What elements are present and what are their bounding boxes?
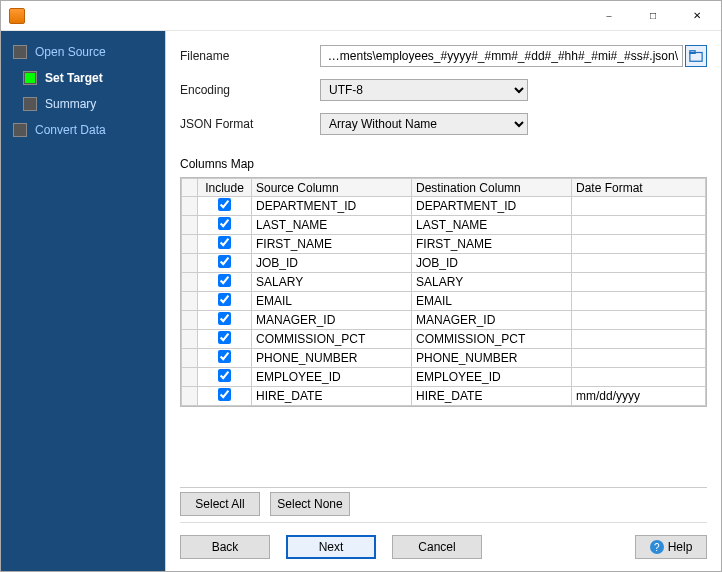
table-row[interactable]: PHONE_NUMBERPHONE_NUMBER: [182, 349, 706, 368]
source-cell[interactable]: MANAGER_ID: [252, 311, 412, 330]
source-cell[interactable]: SALARY: [252, 273, 412, 292]
sidebar-item-label: Summary: [45, 97, 96, 111]
sidebar-item-set-target[interactable]: Set Target: [1, 65, 165, 91]
grid-header-dateformat[interactable]: Date Format: [572, 179, 706, 197]
dest-cell[interactable]: PHONE_NUMBER: [412, 349, 572, 368]
back-button[interactable]: Back: [180, 535, 270, 559]
table-row[interactable]: COMMISSION_PCTCOMMISSION_PCT: [182, 330, 706, 349]
select-none-button[interactable]: Select None: [270, 492, 350, 516]
row-header[interactable]: [182, 197, 198, 216]
maximize-button[interactable]: □: [631, 2, 675, 30]
include-checkbox[interactable]: [218, 369, 231, 382]
include-checkbox[interactable]: [218, 388, 231, 401]
main-panel: Filename Encoding UTF-8 JSON Format Arra…: [165, 31, 721, 571]
table-row[interactable]: EMPLOYEE_IDEMPLOYEE_ID: [182, 368, 706, 387]
browse-button[interactable]: [685, 45, 707, 67]
dest-cell[interactable]: FIRST_NAME: [412, 235, 572, 254]
source-cell[interactable]: LAST_NAME: [252, 216, 412, 235]
row-header[interactable]: [182, 235, 198, 254]
row-header[interactable]: [182, 216, 198, 235]
table-row[interactable]: DEPARTMENT_IDDEPARTMENT_ID: [182, 197, 706, 216]
next-button[interactable]: Next: [286, 535, 376, 559]
source-cell[interactable]: DEPARTMENT_ID: [252, 197, 412, 216]
cancel-button[interactable]: Cancel: [392, 535, 482, 559]
grid-header-source[interactable]: Source Column: [252, 179, 412, 197]
dateformat-cell[interactable]: mm/dd/yyyy: [572, 387, 706, 406]
grid-corner: [182, 179, 198, 197]
dateformat-cell[interactable]: [572, 349, 706, 368]
include-checkbox[interactable]: [218, 331, 231, 344]
sidebar-item-convert-data[interactable]: Convert Data: [1, 117, 165, 143]
sidebar-item-label: Convert Data: [35, 123, 106, 137]
row-header[interactable]: [182, 273, 198, 292]
row-header[interactable]: [182, 349, 198, 368]
source-cell[interactable]: EMAIL: [252, 292, 412, 311]
dateformat-cell[interactable]: [572, 254, 706, 273]
dest-cell[interactable]: EMPLOYEE_ID: [412, 368, 572, 387]
app-icon: [9, 8, 25, 24]
include-checkbox[interactable]: [218, 350, 231, 363]
dateformat-cell[interactable]: [572, 368, 706, 387]
include-checkbox[interactable]: [218, 236, 231, 249]
dateformat-cell[interactable]: [572, 197, 706, 216]
include-checkbox[interactable]: [218, 217, 231, 230]
folder-icon: [689, 49, 703, 63]
dest-cell[interactable]: DEPARTMENT_ID: [412, 197, 572, 216]
table-row[interactable]: SALARYSALARY: [182, 273, 706, 292]
row-header[interactable]: [182, 368, 198, 387]
source-cell[interactable]: COMMISSION_PCT: [252, 330, 412, 349]
filename-input[interactable]: [320, 45, 683, 67]
row-header[interactable]: [182, 330, 198, 349]
titlebar: – □ ✕: [1, 1, 721, 31]
source-cell[interactable]: EMPLOYEE_ID: [252, 368, 412, 387]
dest-cell[interactable]: HIRE_DATE: [412, 387, 572, 406]
dateformat-cell[interactable]: [572, 216, 706, 235]
step-icon: [13, 45, 27, 59]
dest-cell[interactable]: LAST_NAME: [412, 216, 572, 235]
dateformat-cell[interactable]: [572, 235, 706, 254]
dest-cell[interactable]: MANAGER_ID: [412, 311, 572, 330]
row-header[interactable]: [182, 387, 198, 406]
dest-cell[interactable]: COMMISSION_PCT: [412, 330, 572, 349]
table-row[interactable]: LAST_NAMELAST_NAME: [182, 216, 706, 235]
sidebar-item-label: Set Target: [45, 71, 103, 85]
select-all-button[interactable]: Select All: [180, 492, 260, 516]
table-row[interactable]: FIRST_NAMEFIRST_NAME: [182, 235, 706, 254]
help-button[interactable]: ? Help: [635, 535, 707, 559]
grid-header-include[interactable]: Include: [198, 179, 252, 197]
table-row[interactable]: MANAGER_IDMANAGER_ID: [182, 311, 706, 330]
sidebar: Open Source Set Target Summary Convert D…: [1, 31, 165, 571]
source-cell[interactable]: JOB_ID: [252, 254, 412, 273]
row-header[interactable]: [182, 254, 198, 273]
row-header[interactable]: [182, 311, 198, 330]
dateformat-cell[interactable]: [572, 311, 706, 330]
row-header[interactable]: [182, 292, 198, 311]
source-cell[interactable]: PHONE_NUMBER: [252, 349, 412, 368]
sidebar-item-summary[interactable]: Summary: [1, 91, 165, 117]
dest-cell[interactable]: JOB_ID: [412, 254, 572, 273]
grid-header-dest[interactable]: Destination Column: [412, 179, 572, 197]
close-button[interactable]: ✕: [675, 2, 719, 30]
table-row[interactable]: JOB_IDJOB_ID: [182, 254, 706, 273]
dateformat-cell[interactable]: [572, 330, 706, 349]
source-cell[interactable]: HIRE_DATE: [252, 387, 412, 406]
step-icon: [23, 97, 37, 111]
minimize-button[interactable]: –: [587, 2, 631, 30]
include-checkbox[interactable]: [218, 198, 231, 211]
include-checkbox[interactable]: [218, 255, 231, 268]
table-row[interactable]: HIRE_DATEHIRE_DATEmm/dd/yyyy: [182, 387, 706, 406]
dateformat-cell[interactable]: [572, 273, 706, 292]
table-row[interactable]: EMAILEMAIL: [182, 292, 706, 311]
jsonformat-select[interactable]: Array Without Name: [320, 113, 528, 135]
encoding-select[interactable]: UTF-8: [320, 79, 528, 101]
filename-label: Filename: [180, 49, 320, 63]
include-checkbox[interactable]: [218, 293, 231, 306]
dest-cell[interactable]: EMAIL: [412, 292, 572, 311]
columns-map-grid: Include Source Column Destination Column…: [180, 177, 707, 407]
dest-cell[interactable]: SALARY: [412, 273, 572, 292]
sidebar-item-open-source[interactable]: Open Source: [1, 39, 165, 65]
dateformat-cell[interactable]: [572, 292, 706, 311]
include-checkbox[interactable]: [218, 274, 231, 287]
include-checkbox[interactable]: [218, 312, 231, 325]
source-cell[interactable]: FIRST_NAME: [252, 235, 412, 254]
